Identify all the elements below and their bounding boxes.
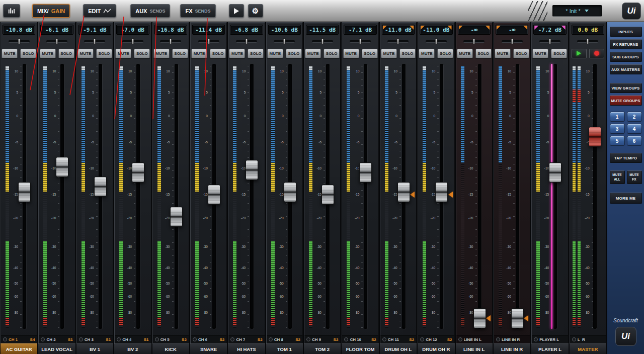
settings-button[interactable]: ⚙ [248, 4, 263, 18]
more-me-button[interactable]: MORE ME [610, 193, 642, 204]
channel-name-10[interactable]: FLOOR TOM [342, 343, 378, 354]
mute-button[interactable]: MUTE [495, 49, 511, 58]
solo-button[interactable]: SOLO [172, 49, 188, 58]
pan-thumb[interactable] [511, 38, 513, 44]
pan-slider[interactable] [463, 40, 485, 43]
mute-button[interactable]: MUTE [191, 49, 207, 58]
channel-name-2[interactable]: LEAD VOCAL [38, 343, 75, 354]
channel-db-display[interactable]: -7.0 dB [116, 25, 149, 35]
channel-circle-icon[interactable] [458, 337, 462, 341]
fader-cap[interactable] [246, 160, 258, 180]
sidebar-sub-groups[interactable]: SUB GROUPS [610, 52, 642, 62]
channel-name-8[interactable]: TOM 1 [266, 343, 303, 354]
fader-cap[interactable] [170, 207, 183, 227]
channel-name-3[interactable]: BV 1 [76, 343, 113, 354]
channel-circle-icon[interactable] [155, 337, 159, 341]
pan-slider[interactable] [236, 40, 257, 43]
channel-circle-icon[interactable] [420, 337, 424, 341]
mute-button[interactable]: MUTE [381, 49, 397, 58]
mute-button[interactable]: MUTE [267, 49, 283, 58]
fader-cap[interactable] [208, 185, 220, 205]
pan-slider[interactable] [274, 40, 295, 43]
solo-button[interactable]: SOLO [20, 49, 36, 58]
pan-thumb[interactable] [131, 38, 134, 44]
mute-button[interactable]: MUTE [115, 49, 131, 58]
channel-circle-icon[interactable] [534, 337, 538, 341]
channel-db-display[interactable]: -10.6 dB [268, 25, 301, 35]
mute-button[interactable]: MUTE [457, 49, 473, 58]
channel-name-6[interactable]: SNARE [190, 343, 227, 354]
channel-circle-icon[interactable] [41, 337, 45, 341]
mute-group-4-button[interactable]: 4 [627, 124, 642, 134]
channel-circle-icon[interactable] [496, 337, 500, 341]
solo-button[interactable]: SOLO [551, 49, 567, 58]
aux-sends-button[interactable]: AUXSENDS [130, 4, 170, 18]
fader-cap[interactable] [435, 182, 448, 202]
sidebar-mute-groups[interactable]: MUTE GROUPS [610, 96, 642, 106]
preset-selector[interactable]: * Init * [552, 5, 602, 17]
mute-all-button[interactable]: MUTE ALL [610, 170, 625, 184]
channel-circle-icon[interactable] [79, 337, 83, 341]
channel-db-display[interactable]: -11.0 dB [382, 25, 415, 35]
channel-name-7[interactable]: HI HATS [228, 343, 265, 354]
mix-gain-button[interactable]: MIX/GAIN [32, 4, 70, 18]
master-record-button[interactable] [589, 49, 604, 58]
pan-thumb[interactable] [207, 38, 210, 44]
channel-circle-icon[interactable] [117, 337, 121, 341]
channel-name-5[interactable]: KICK [152, 343, 189, 354]
solo-button[interactable]: SOLO [513, 49, 529, 58]
pan-slider[interactable] [312, 40, 333, 43]
sidebar-aux-masters[interactable]: AUX MASTERS [610, 64, 642, 74]
solo-button[interactable]: SOLO [286, 49, 302, 58]
pan-slider[interactable] [84, 40, 105, 43]
fader-cap[interactable] [549, 162, 561, 183]
fader-cap[interactable] [359, 162, 372, 183]
fader-cap[interactable] [589, 127, 601, 147]
pan-thumb[interactable] [18, 38, 20, 44]
pan-slider[interactable] [577, 40, 598, 43]
mute-group-1-button[interactable]: 1 [610, 112, 625, 122]
pan-slider[interactable] [160, 40, 181, 43]
mute-group-2-button[interactable]: 2 [627, 112, 642, 122]
fader-cap[interactable] [132, 162, 144, 183]
pan-slider[interactable] [539, 40, 560, 43]
pan-thumb[interactable] [170, 38, 172, 44]
fader-cap[interactable] [56, 157, 68, 177]
pan-thumb[interactable] [587, 38, 589, 44]
channel-db-display[interactable]: -11.0 dB [420, 25, 452, 35]
channel-name-14[interactable]: LINE IN R [494, 343, 530, 354]
channel-db-display[interactable]: -7.1 dB [344, 25, 376, 35]
fader-track[interactable] [136, 64, 140, 329]
fader-track[interactable] [175, 64, 178, 329]
fader-cap[interactable] [473, 308, 486, 328]
pan-thumb[interactable] [359, 38, 362, 44]
solo-button[interactable]: SOLO [210, 49, 226, 58]
fader-cap[interactable] [284, 182, 296, 202]
pan-slider[interactable] [122, 40, 143, 43]
fader-cap[interactable] [511, 308, 524, 328]
channel-db-display[interactable]: -16.8 dB [154, 25, 187, 35]
fader-track[interactable] [553, 64, 557, 329]
channel-db-display[interactable]: -∞ [458, 25, 491, 35]
channel-db-display[interactable]: 0.0 dB [572, 25, 604, 35]
fader-track[interactable] [250, 64, 254, 329]
channel-name-11[interactable]: DRUM OH L [380, 343, 417, 354]
pan-slider[interactable] [9, 40, 30, 43]
channel-db-display[interactable]: -11.5 dB [306, 25, 339, 35]
channel-db-display[interactable]: -10.8 dB [3, 25, 35, 35]
pan-thumb[interactable] [473, 38, 475, 44]
solo-button[interactable]: SOLO [475, 49, 492, 58]
channel-db-display[interactable]: -11.4 dB [192, 25, 225, 35]
fader-cap[interactable] [94, 176, 107, 197]
solo-button[interactable]: SOLO [399, 49, 416, 58]
pan-slider[interactable] [46, 40, 67, 43]
fader-track[interactable] [516, 64, 519, 329]
mute-group-3-button[interactable]: 3 [610, 124, 625, 134]
solo-button[interactable]: SOLO [58, 49, 74, 58]
channel-db-display[interactable]: -6.1 dB [40, 25, 73, 35]
master-play-button[interactable] [572, 49, 587, 58]
pan-slider[interactable] [198, 40, 219, 43]
channel-name-16[interactable]: MASTER [570, 343, 606, 354]
sidebar-view-groups[interactable]: VIEW GROUPS [610, 83, 642, 93]
channel-db-display[interactable]: -7.2 dB [533, 25, 566, 35]
